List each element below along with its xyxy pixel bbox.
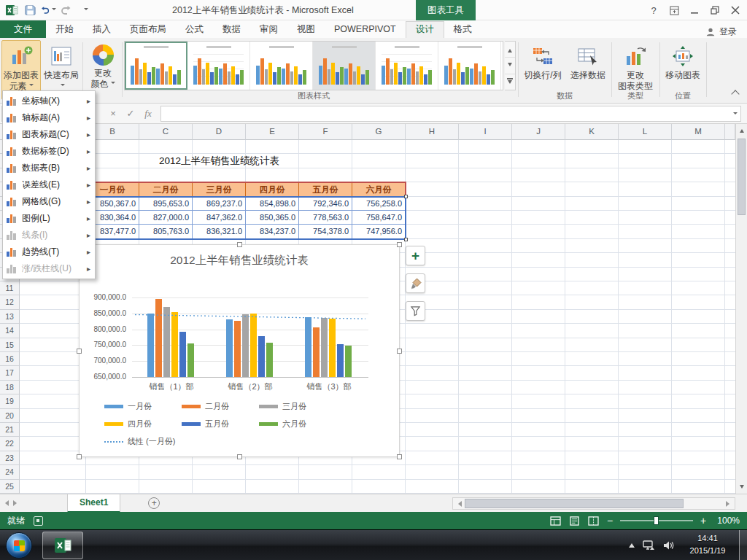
column-header-I[interactable]: I: [459, 124, 512, 140]
column-header-E[interactable]: E: [246, 124, 299, 140]
menu-item[interactable]: 误差线(E)▸: [3, 176, 95, 193]
close-button[interactable]: [725, 1, 746, 20]
menu-item[interactable]: 趋势线(T)▸: [3, 244, 95, 260]
save-button[interactable]: [22, 2, 38, 18]
table-data-cell[interactable]: 792,346.0: [299, 197, 352, 211]
undo-dropdown-icon[interactable]: [52, 8, 56, 12]
insert-function-button[interactable]: fx: [140, 108, 156, 120]
chart-styles-button[interactable]: [406, 273, 425, 293]
chart-style-5[interactable]: [376, 42, 438, 90]
tray-expand-icon[interactable]: [629, 540, 635, 548]
row-header-19[interactable]: 19: [0, 394, 20, 408]
enter-icon[interactable]: ✓: [123, 108, 139, 119]
taskbar-excel-button[interactable]: [42, 532, 83, 559]
scroll-right-arrow[interactable]: [724, 498, 735, 509]
show-desktop-button[interactable]: [739, 530, 747, 560]
column-header-F[interactable]: F: [299, 124, 352, 140]
chart-style-2[interactable]: [187, 42, 250, 90]
ribbon-tab-视图[interactable]: 视图: [287, 21, 325, 38]
gallery-scroll-down-button[interactable]: [505, 58, 515, 74]
row-header-22[interactable]: 22: [0, 437, 20, 451]
column-header-C[interactable]: C: [139, 124, 193, 140]
trendline[interactable]: [132, 298, 368, 380]
legend-item-一月份[interactable]: 一月份: [104, 401, 152, 412]
table-data-cell[interactable]: 895,653.0: [139, 197, 193, 211]
menu-item[interactable]: 图表标题(C)▸: [3, 126, 95, 143]
ribbon-tab-格式[interactable]: 格式: [444, 21, 481, 38]
zoom-level[interactable]: 100%: [713, 516, 740, 526]
row-header-15[interactable]: 15: [0, 338, 20, 352]
legend-item-三月份[interactable]: 三月份: [259, 401, 306, 412]
table-header-cell[interactable]: 五月份: [299, 182, 352, 196]
menu-item[interactable]: 坐标轴(X)▸: [3, 93, 95, 109]
scroll-up-arrow[interactable]: [736, 124, 747, 136]
network-icon[interactable]: [642, 540, 655, 551]
zoom-out-button[interactable]: −: [605, 515, 614, 526]
table-data-cell[interactable]: 836,321.0: [193, 225, 246, 238]
redo-button[interactable]: [58, 2, 74, 18]
row-header-18[interactable]: 18: [0, 381, 20, 394]
ribbon-tab-页面布局[interactable]: 页面布局: [120, 21, 176, 38]
formula-input[interactable]: [160, 106, 741, 122]
scroll-down-arrow[interactable]: [736, 482, 747, 494]
gallery-more-button[interactable]: [505, 74, 515, 90]
chart-style-4[interactable]: [313, 42, 376, 90]
ribbon-tab-开始[interactable]: 开始: [46, 21, 83, 38]
row-header-21[interactable]: 21: [0, 423, 20, 437]
menu-item[interactable]: 数据表(B)▸: [3, 160, 95, 176]
menu-item[interactable]: 轴标题(A)▸: [3, 109, 95, 126]
row-header-14[interactable]: 14: [0, 324, 20, 338]
table-data-cell[interactable]: 758,647.0: [352, 211, 406, 225]
column-header-G[interactable]: G: [352, 124, 406, 140]
menu-item[interactable]: 数据标签(D)▸: [3, 143, 95, 160]
table-data-cell[interactable]: 747,956.0: [352, 225, 406, 238]
row-header-17[interactable]: 17: [0, 366, 20, 380]
sheet-tab-sheet1[interactable]: Sheet1: [67, 494, 120, 513]
chart[interactable]: 2012上半年销售业绩统计表 900,000.0850,000.0800,000…: [79, 244, 400, 457]
vertical-scroll-thumb[interactable]: [738, 139, 746, 215]
column-header-D[interactable]: D: [193, 124, 246, 140]
help-button[interactable]: ?: [643, 1, 664, 20]
chart-title[interactable]: 2012上半年销售业绩统计表: [80, 253, 399, 268]
legend-item-四月份[interactable]: 四月份: [104, 419, 152, 429]
horizontal-scroll-thumb[interactable]: [465, 499, 684, 508]
start-button[interactable]: [6, 532, 32, 559]
ribbon-tab-POWERPIVOT[interactable]: POWERPIVOT: [325, 21, 406, 38]
table-data-cell[interactable]: 854,898.0: [246, 197, 299, 211]
new-sheet-button[interactable]: +: [148, 497, 160, 509]
table-header-cell[interactable]: 二月份: [139, 182, 193, 196]
page-layout-view-button[interactable]: [568, 515, 581, 526]
chart-style-1[interactable]: [125, 42, 187, 90]
row-header-25[interactable]: 25: [0, 480, 20, 494]
cancel-icon[interactable]: ×: [105, 108, 121, 119]
ribbon-tab-数据[interactable]: 数据: [213, 21, 250, 38]
table-header-cell[interactable]: 六月份: [352, 182, 406, 196]
ribbon-tab-插入[interactable]: 插入: [83, 21, 120, 38]
zoom-slider-thumb[interactable]: [654, 516, 659, 525]
undo-button[interactable]: [40, 2, 56, 18]
qat-customize-button[interactable]: [77, 2, 93, 18]
row-header-24[interactable]: 24: [0, 465, 20, 479]
minimize-button[interactable]: [684, 1, 705, 20]
row-header-23[interactable]: 23: [0, 451, 20, 465]
macro-record-icon[interactable]: [34, 516, 43, 526]
table-data-cell[interactable]: 805,763.0: [139, 225, 193, 238]
volume-icon[interactable]: [662, 540, 674, 551]
row-header-16[interactable]: 16: [0, 352, 20, 366]
restore-button[interactable]: [705, 1, 725, 20]
ribbon-tab-公式[interactable]: 公式: [176, 21, 213, 38]
table-header-cell[interactable]: 四月份: [246, 182, 299, 196]
page-break-view-button[interactable]: [587, 515, 600, 526]
ribbon-tab-审阅[interactable]: 审阅: [250, 21, 287, 38]
legend-item-五月份[interactable]: 五月份: [182, 419, 229, 429]
ribbon-tab-file[interactable]: 文件: [0, 20, 46, 38]
horizontal-scrollbar[interactable]: [452, 497, 735, 510]
gallery-scroll-up-button[interactable]: [505, 42, 515, 58]
table-data-cell[interactable]: 869,237.0: [193, 197, 246, 211]
table-header-cell[interactable]: 三月份: [193, 182, 246, 196]
table-data-cell[interactable]: 834,237.0: [246, 225, 299, 238]
vertical-scrollbar[interactable]: [735, 124, 747, 494]
column-header-J[interactable]: J: [512, 124, 565, 140]
table-data-cell[interactable]: 850,365.0: [246, 211, 299, 225]
legend-item-trendline[interactable]: 线性 (一月份): [104, 436, 175, 447]
